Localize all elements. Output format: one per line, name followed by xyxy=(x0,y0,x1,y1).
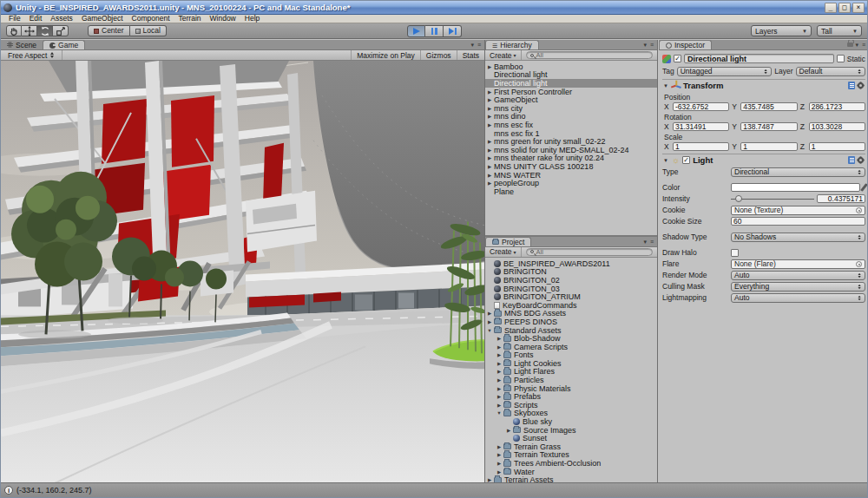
panel-menu-icon[interactable]: ▾ ≡ xyxy=(470,42,482,49)
position-z-field[interactable]: 286.1723 xyxy=(809,102,865,111)
project-item[interactable]: Prefabs xyxy=(485,392,657,401)
layout-dropdown[interactable]: Tall ▼ xyxy=(817,25,862,36)
project-item[interactable]: Standard Assets xyxy=(485,326,657,335)
position-y-field[interactable]: 435.7485 xyxy=(740,102,797,111)
project-item[interactable]: Scripts xyxy=(485,401,657,410)
object-picker-icon[interactable] xyxy=(856,207,862,213)
menu-help[interactable]: Help xyxy=(240,15,264,23)
project-item[interactable]: Fonts xyxy=(485,351,657,360)
culling-mask-dropdown[interactable]: Everything xyxy=(731,282,865,292)
project-item[interactable]: BE_INSPIRED_AWARDS2011 xyxy=(485,259,657,268)
project-item[interactable]: BRINGITON_03 xyxy=(485,285,657,293)
draw-halo-checkbox[interactable] xyxy=(731,249,739,257)
play-button[interactable] xyxy=(407,25,425,37)
stats-button[interactable]: Stats xyxy=(457,50,484,60)
gear-icon[interactable] xyxy=(858,82,864,88)
project-item[interactable]: Sunset xyxy=(485,434,657,442)
hierarchy-item[interactable]: Bamboo xyxy=(485,62,657,71)
menu-gameobject[interactable]: GameObject xyxy=(77,15,128,23)
hierarchy-item[interactable]: peopleGroup xyxy=(485,179,657,187)
scale-x-field[interactable]: 1 xyxy=(673,142,729,151)
static-checkbox[interactable] xyxy=(837,55,845,62)
move-tool-button[interactable] xyxy=(22,25,37,36)
project-item[interactable]: Light Cookies xyxy=(485,359,657,368)
scale-y-field[interactable]: 1 xyxy=(740,142,797,151)
project-item[interactable]: KeyBoardCommands xyxy=(485,301,657,310)
project-item[interactable]: Water xyxy=(485,468,657,476)
help-book-icon[interactable] xyxy=(848,82,855,89)
tab-game[interactable]: Game xyxy=(43,40,85,49)
tab-inspector[interactable]: Inspector xyxy=(659,40,712,49)
hand-tool-button[interactable] xyxy=(6,25,22,36)
menu-edit[interactable]: Edit xyxy=(25,15,47,23)
project-item[interactable]: Blue sky xyxy=(485,417,657,426)
slider-knob[interactable] xyxy=(735,195,742,202)
hierarchy-item[interactable]: Directional light xyxy=(485,71,657,80)
project-item[interactable]: Source Images xyxy=(485,426,657,435)
object-name-field[interactable]: Directional light xyxy=(684,54,834,63)
menu-assets[interactable]: Assets xyxy=(46,15,77,23)
hierarchy-item[interactable]: mns esc fix xyxy=(485,121,657,129)
hierarchy-create-button[interactable]: Create ▾ xyxy=(485,50,522,60)
hierarchy-item[interactable]: MNS UNITY GLASS 100218 xyxy=(485,162,657,171)
hierarchy-search-input[interactable]: All xyxy=(526,51,653,59)
menu-terrain[interactable]: Terrain xyxy=(174,15,206,23)
tag-dropdown[interactable]: Untagged xyxy=(677,67,773,76)
project-item[interactable]: Particles xyxy=(485,376,657,384)
lock-icon[interactable] xyxy=(847,43,853,47)
panel-menu-icon[interactable]: ▾ ≡ xyxy=(643,239,654,246)
pause-button[interactable] xyxy=(425,25,444,37)
project-item[interactable]: Terrain Grass xyxy=(485,442,657,451)
lightmapping-dropdown[interactable]: Auto xyxy=(731,293,865,303)
render-mode-dropdown[interactable]: Auto xyxy=(731,271,865,280)
scale-tool-button[interactable] xyxy=(53,25,69,36)
tab-project[interactable]: Project xyxy=(485,237,531,246)
help-book-icon[interactable] xyxy=(848,156,855,164)
object-picker-icon[interactable] xyxy=(856,261,862,267)
rotation-y-field[interactable]: 138.7487 xyxy=(740,122,797,131)
aspect-dropdown[interactable]: Free Aspect xyxy=(1,50,62,60)
menu-file[interactable]: File xyxy=(4,15,25,23)
light-color-swatch[interactable] xyxy=(731,183,860,192)
cookie-object-field[interactable]: None (Texture) xyxy=(731,206,865,215)
hierarchy-item-selected[interactable]: Directional light xyxy=(485,79,657,88)
light-type-dropdown[interactable]: Directional xyxy=(731,167,865,177)
project-create-button[interactable]: Create ▾ xyxy=(485,247,522,257)
hierarchy-item[interactable]: GameObject xyxy=(485,95,657,104)
hierarchy-item[interactable]: mns solid for unity MED-SMALL_02-24 xyxy=(485,146,657,154)
project-item[interactable]: Camera Scripts xyxy=(485,343,657,351)
maximize-on-play-button[interactable]: Maximize on Play xyxy=(351,50,420,60)
foldout-icon[interactable]: ▼ xyxy=(662,158,669,163)
project-item[interactable]: Light Flares xyxy=(485,368,657,377)
panel-menu-icon[interactable]: ▾ ≡ xyxy=(643,42,654,49)
project-item[interactable]: BRINGITON_02 xyxy=(485,276,657,285)
menu-window[interactable]: Window xyxy=(206,15,240,23)
cookie-size-field[interactable]: 60 xyxy=(731,217,865,226)
position-x-field[interactable]: -632.6752 xyxy=(673,102,729,111)
gear-icon[interactable] xyxy=(858,157,864,163)
project-item[interactable]: Physic Materials xyxy=(485,384,657,393)
rotation-z-field[interactable]: 103.3028 xyxy=(809,122,865,131)
hierarchy-item[interactable]: mns green for unity small_02-22 xyxy=(485,137,657,146)
hierarchy-item[interactable]: mns esc fix 1 xyxy=(485,129,657,138)
layers-dropdown[interactable]: Layers ▼ xyxy=(751,25,812,36)
hierarchy-item[interactable]: First Person Controller xyxy=(485,88,657,96)
panel-menu-icon[interactable]: ▾ ≡ xyxy=(855,42,866,49)
hierarchy-item[interactable]: MNS WATER xyxy=(485,171,657,180)
project-item[interactable]: Trees Ambient-Occlusion xyxy=(485,459,657,468)
hierarchy-item[interactable]: mns theater rake for unity 02.24 xyxy=(485,154,657,163)
project-item[interactable]: MNS BDG Assets xyxy=(485,310,657,318)
project-item[interactable]: BRINGITON xyxy=(485,268,657,277)
hierarchy-item[interactable]: mns city xyxy=(485,104,657,113)
rotation-x-field[interactable]: 31.31491 xyxy=(673,122,729,131)
menu-component[interactable]: Component xyxy=(128,15,174,23)
shadow-type-dropdown[interactable]: No Shadows xyxy=(731,233,865,242)
project-item[interactable]: Blob-Shadow xyxy=(485,334,657,343)
maximize-button[interactable]: □ xyxy=(838,3,851,13)
game-viewport[interactable] xyxy=(1,61,484,484)
project-item[interactable]: PEEPS DINOS xyxy=(485,318,657,326)
pivot-center-button[interactable]: Center xyxy=(88,25,130,36)
hierarchy-item[interactable]: mns dino xyxy=(485,113,657,121)
transform-header[interactable]: ▼ Transform xyxy=(662,79,865,91)
layer-dropdown[interactable]: Default xyxy=(796,67,866,76)
